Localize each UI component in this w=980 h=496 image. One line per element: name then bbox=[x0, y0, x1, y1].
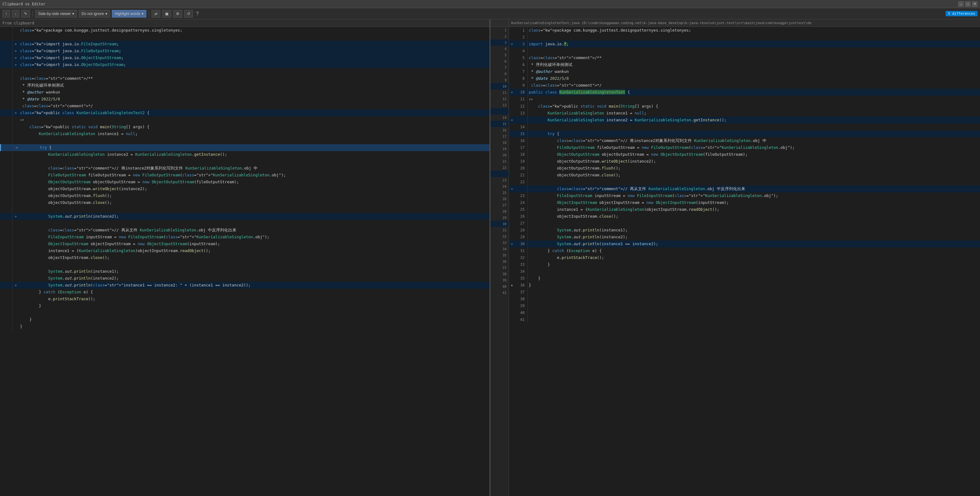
right-code-container[interactable]: 1class="kw">package com.kungge.justtest.… bbox=[509, 27, 980, 496]
split-button[interactable]: ▣ bbox=[162, 10, 171, 18]
center-right-num: 41 bbox=[499, 291, 508, 295]
left-line-content: objectOutputStream.flush(); bbox=[19, 192, 490, 199]
left-line-content: FileInputStream inputStream = new FileIn… bbox=[19, 234, 490, 241]
right-line-row: 38 bbox=[509, 295, 980, 302]
right-line-num: 28 bbox=[515, 227, 528, 234]
left-code-container[interactable]: class="kw">package com.kungge.justtest.d… bbox=[0, 27, 490, 496]
center-left-num bbox=[490, 122, 499, 126]
gutter-row: 20 bbox=[490, 152, 509, 158]
gutter-row: 19 bbox=[490, 146, 509, 152]
left-line-content bbox=[19, 158, 490, 165]
right-line-row: 12 class="kw">public static void main(St… bbox=[509, 103, 980, 110]
left-line-row: System.out.println(instance1); bbox=[0, 268, 490, 275]
right-line-row: 22 bbox=[509, 179, 980, 185]
gutter-row: 11 bbox=[490, 89, 509, 96]
right-line-content: System.out.println(instance1); bbox=[528, 227, 980, 234]
left-line-row: objectOutputStream.flush(); bbox=[0, 192, 490, 199]
view-mode-dropdown[interactable]: Side-by-side viewer ▾ bbox=[35, 10, 77, 18]
right-gutter bbox=[509, 302, 515, 309]
right-line-num: 27 bbox=[515, 220, 528, 227]
highlight-words-dropdown[interactable]: Highlight words ▾ bbox=[112, 10, 146, 18]
gutter-row: 26 bbox=[490, 196, 509, 202]
left-line-row: class=class="str">"comment">// 将instance… bbox=[0, 165, 490, 172]
center-right-num: 5 bbox=[499, 53, 508, 57]
left-line-content: class="kw">import java.io.ObjectInputStr… bbox=[19, 54, 490, 61]
left-gutter bbox=[13, 234, 19, 241]
left-line-content: } catch (Exception e) { bbox=[19, 289, 490, 295]
prev-diff-button[interactable]: ↑ bbox=[3, 10, 10, 18]
close-button[interactable]: ✕ bbox=[972, 1, 977, 7]
right-line-num: 21 bbox=[515, 172, 528, 179]
right-gutter bbox=[509, 48, 515, 54]
edit-button[interactable]: ✎ bbox=[21, 10, 30, 18]
settings-button[interactable]: ⚙ bbox=[173, 10, 182, 18]
left-line-num bbox=[0, 199, 13, 206]
right-line-row: «30 System.out.println(instance1 == inst… bbox=[509, 241, 980, 247]
right-line-content bbox=[528, 48, 980, 54]
right-line-content bbox=[528, 316, 980, 323]
left-line-row: } catch (Exception e) { bbox=[0, 289, 490, 295]
gutter-row: 33 bbox=[490, 239, 509, 246]
center-left-num bbox=[490, 159, 499, 164]
right-line-num: 11 bbox=[515, 96, 528, 103]
help-button[interactable]: ? bbox=[195, 11, 200, 17]
center-left-num bbox=[490, 209, 499, 214]
center-right-num: 19 bbox=[499, 147, 508, 151]
left-gutter bbox=[13, 254, 19, 261]
left-gutter bbox=[13, 241, 19, 247]
right-line-num: 8 bbox=[515, 75, 528, 82]
right-line-row: 14 bbox=[509, 124, 980, 131]
toolbar: ↑ ↓ ✎ Side-by-side viewer ▾ Do not ignor… bbox=[0, 8, 980, 19]
left-line-content bbox=[19, 137, 490, 144]
gutter-row: 41 bbox=[490, 290, 509, 296]
gutter-row: 14 bbox=[490, 115, 509, 121]
right-line-content: public class KunSerializableSingletonTes… bbox=[528, 89, 980, 96]
right-line-num: 24 bbox=[515, 199, 528, 206]
center-left-num bbox=[490, 222, 499, 226]
left-gutter bbox=[13, 68, 19, 75]
left-gutter bbox=[13, 309, 19, 316]
left-line-content bbox=[19, 34, 490, 41]
maximize-button[interactable]: □ bbox=[965, 1, 970, 7]
right-line-row: 37 bbox=[509, 289, 980, 295]
left-line-row: * 序列化破环单例测试 bbox=[0, 82, 490, 89]
ignore-mode-chevron: ▾ bbox=[105, 11, 107, 16]
center-left-num bbox=[490, 203, 499, 207]
swap-button[interactable]: ⇄ bbox=[152, 10, 161, 18]
next-diff-button[interactable]: ↓ bbox=[12, 10, 19, 18]
right-line-content: import java.io.*; bbox=[528, 41, 980, 48]
minimize-button[interactable]: – bbox=[958, 1, 964, 7]
separator-2 bbox=[149, 11, 149, 17]
left-line-content bbox=[19, 220, 490, 227]
right-line-content: System.out.println(instance2); bbox=[528, 234, 980, 241]
gutter-row bbox=[490, 108, 509, 115]
left-line-content bbox=[19, 309, 490, 316]
left-line-content: class="kw">import java.io.FileOutputStre… bbox=[19, 48, 490, 54]
center-right-num: 12 bbox=[499, 97, 508, 101]
right-gutter bbox=[509, 96, 515, 103]
right-gutter bbox=[509, 213, 515, 220]
center-left-num bbox=[490, 172, 499, 176]
right-line-num: 19 bbox=[515, 158, 528, 165]
left-line-row bbox=[0, 158, 490, 165]
title-bar: Clipboard vs Editor – □ ✕ bbox=[0, 0, 980, 8]
left-line-num bbox=[0, 158, 13, 165]
right-line-num: 32 bbox=[515, 254, 528, 261]
gutter-row: 35 bbox=[490, 252, 509, 258]
center-left-num bbox=[490, 134, 499, 139]
left-line-num bbox=[0, 172, 13, 179]
center-left-num bbox=[490, 28, 499, 32]
center-left-num bbox=[490, 91, 499, 95]
right-line-row: 5class=class="str">"comment">/** bbox=[509, 54, 980, 61]
center-right-num: 20 bbox=[499, 153, 508, 157]
right-line-num: 5 bbox=[515, 54, 528, 61]
left-line-num bbox=[0, 282, 13, 289]
refresh-button[interactable]: ↺ bbox=[184, 10, 193, 18]
content-area: From clipboard class="kw">package com.ku… bbox=[0, 19, 980, 496]
left-line-num bbox=[0, 96, 13, 102]
left-line-row: class=class="str">"comment">*/ bbox=[0, 102, 490, 110]
ignore-mode-dropdown[interactable]: Do not ignore ▾ bbox=[79, 10, 110, 18]
left-line-num bbox=[0, 254, 13, 261]
right-line-row: 28 System.out.println(instance1); bbox=[509, 227, 980, 234]
left-line-row: » System.out.println(class="str">"instan… bbox=[0, 282, 490, 289]
